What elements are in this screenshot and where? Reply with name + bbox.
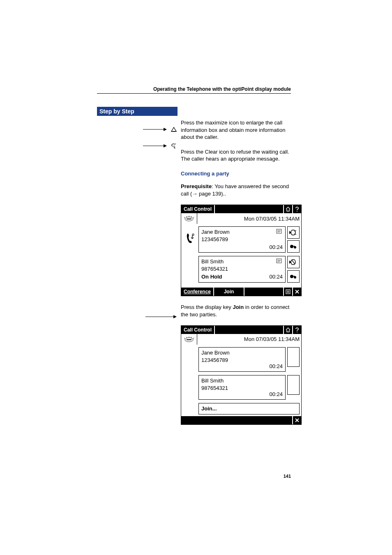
prerequisite-label: Prerequisite xyxy=(181,183,212,189)
caller-number: 987654321 xyxy=(201,265,283,273)
phone-screen-call-control-2: Call Control Mon 07/03/05 11:34AM xyxy=(181,325,302,425)
notes-icon[interactable] xyxy=(276,228,283,236)
caller-name: Jane Brown xyxy=(201,228,283,236)
close-icon[interactable] xyxy=(293,416,301,424)
phone-datetime: Mon 07/03/05 11:34AM xyxy=(197,334,301,345)
phone-bottom-bar: Conference Join xyxy=(181,288,301,296)
record-icon[interactable] xyxy=(287,270,300,283)
clear-icon xyxy=(170,142,178,150)
pointer-arrow-icon xyxy=(143,143,168,149)
subheading-connecting-party: Connecting a party xyxy=(181,170,292,177)
pointer-arrow-icon xyxy=(143,127,168,132)
home-icon[interactable] xyxy=(284,205,293,213)
pointer-arrow-icon xyxy=(145,314,178,320)
help-icon[interactable] xyxy=(293,205,301,213)
prerequisite-page: page 139).. xyxy=(197,191,226,197)
prerequisite-text: Prerequisite: You have answered the seco… xyxy=(181,183,292,197)
help-icon[interactable] xyxy=(293,326,301,334)
svg-point-15 xyxy=(290,245,293,248)
caller-number: 123456789 xyxy=(201,236,283,243)
phone-datetime: Mon 07/03/05 11:34AM xyxy=(197,213,301,224)
phone-title-bar: Call Control xyxy=(181,205,301,213)
svg-marker-1 xyxy=(164,128,167,131)
svg-point-7 xyxy=(297,211,297,212)
caller-name: Bill Smith xyxy=(201,258,283,265)
paragraph-join: Press the display key Join in order to c… xyxy=(181,304,292,318)
title-spacer xyxy=(215,326,284,334)
call-duration: 00:24 xyxy=(269,244,283,251)
call-card-a: Jane Brown 123456789 00:24 xyxy=(198,347,300,372)
title-spacer xyxy=(215,205,284,213)
bottom-spacer xyxy=(181,416,293,424)
phone-title-bar: Call Control xyxy=(181,326,301,334)
svg-marker-4 xyxy=(164,144,167,147)
svg-point-9 xyxy=(192,234,194,235)
list-icon[interactable] xyxy=(284,288,293,296)
phone-title: Call Control xyxy=(181,326,215,334)
side-box-empty xyxy=(287,375,300,395)
phone-datetime-row: Mon 07/03/05 11:34AM xyxy=(181,213,301,224)
phone-screen-call-control-1: Call Control Mon 07/03/05 11:34AM xyxy=(181,205,302,296)
paragraph-maximize: Press the maximize icon to enlarge the c… xyxy=(181,119,292,141)
speaker-mute-icon[interactable] xyxy=(287,256,300,268)
svg-line-22 xyxy=(292,260,295,264)
step-by-step-heading: Step by Step xyxy=(97,107,178,116)
page-number: 141 xyxy=(284,474,291,479)
call-card-b: Bill Smith 987654321 00:24 xyxy=(198,375,300,400)
record-icon[interactable] xyxy=(287,240,300,253)
notes-icon[interactable] xyxy=(276,258,283,266)
call-duration: 00:24 xyxy=(269,363,283,370)
call-duration: 00:24 xyxy=(269,391,283,398)
section-header: Operating the Telephone with the optiPoi… xyxy=(114,86,291,92)
reference-arrow-icon: → xyxy=(192,191,197,197)
svg-point-23 xyxy=(290,275,293,278)
para3-a: Press the display key xyxy=(181,304,233,310)
home-icon[interactable] xyxy=(284,326,293,334)
paragraph-clear: Press the Clear icon to refuse the waiti… xyxy=(181,148,292,163)
phone-datetime-row: Mon 07/03/05 11:34AM xyxy=(181,334,301,345)
call-duration: 00:24 xyxy=(269,273,283,281)
bottom-spacer xyxy=(244,288,284,296)
maximize-icon xyxy=(170,126,178,133)
call-card-b: Bill Smith 987654321 On Hold 00:24 xyxy=(198,256,300,283)
side-box-empty xyxy=(287,347,300,367)
alert-icon xyxy=(181,213,197,224)
caller-name: Jane Brown xyxy=(201,349,283,357)
phone-title: Call Control xyxy=(181,205,215,213)
alert-icon xyxy=(181,334,197,345)
header-divider xyxy=(97,93,291,94)
close-icon[interactable] xyxy=(293,288,301,296)
join-keyword: Join xyxy=(233,304,244,310)
svg-marker-6 xyxy=(173,315,177,318)
conference-button[interactable]: Conference xyxy=(181,288,214,296)
join-button[interactable]: Join xyxy=(214,288,244,296)
call-card-a: Jane Brown 123456789 00:24 xyxy=(198,226,300,253)
join-status-card: Join... xyxy=(198,403,300,415)
phone-bottom-bar xyxy=(181,416,301,424)
svg-point-31 xyxy=(297,332,297,332)
speaker-icon[interactable] xyxy=(287,226,300,239)
caller-name: Bill Smith xyxy=(201,377,283,385)
handset-transfer-icon xyxy=(186,232,196,246)
